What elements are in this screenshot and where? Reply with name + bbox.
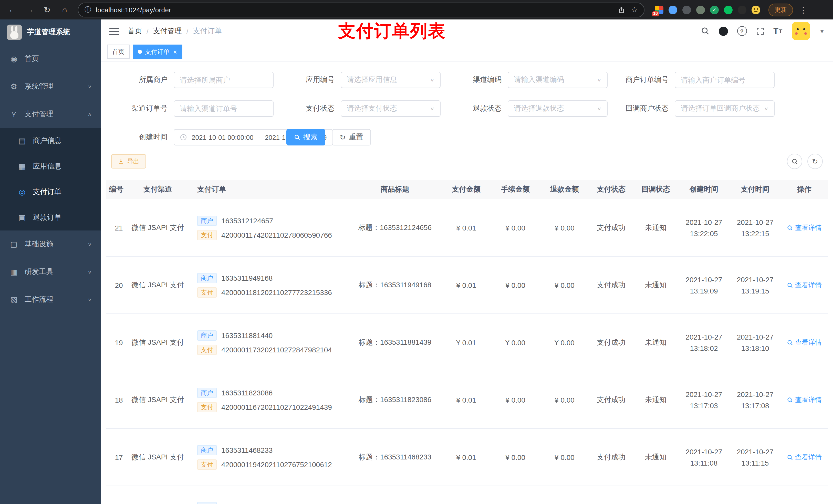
back-icon[interactable]: ← [5, 3, 20, 17]
chevron-up-icon: ∧ [88, 112, 92, 117]
address-bar[interactable]: ⓘ localhost:1024/pay/order ☆ [78, 2, 644, 17]
tab-首页[interactable]: 首页 [107, 45, 129, 59]
user-avatar[interactable] [792, 22, 810, 40]
filter-input[interactable] [174, 100, 273, 117]
screenshot-root: ← → ↻ ⌂ ⓘ localhost:1024/pay/order ☆ 10✓… [0, 0, 833, 504]
cell-pay-time: 2021-10-2713:11:15 [730, 429, 781, 486]
cell-id: 18 [106, 371, 124, 429]
search-button[interactable]: 搜索 [286, 129, 325, 145]
tab-支付订单[interactable]: 支付订单× [133, 45, 182, 59]
breadcrumb-item[interactable]: 首页 [127, 26, 142, 35]
font-size-icon[interactable]: TT [773, 26, 783, 35]
hamburger-icon[interactable] [109, 27, 119, 34]
column-header-手续金额: 手续金额 [491, 180, 540, 199]
view-detail-link[interactable]: 查看详情 [787, 453, 822, 462]
bookmark-star-icon[interactable]: ☆ [631, 5, 638, 14]
extension-icon[interactable] [738, 5, 746, 14]
app-logo: 芋道管理系统 [0, 20, 101, 45]
breadcrumb-item[interactable]: 支付管理 [153, 26, 182, 35]
download-icon [118, 158, 124, 164]
sidebar-item-应用信息[interactable]: ▦应用信息 [0, 154, 101, 179]
close-icon[interactable]: × [173, 48, 177, 55]
cell-order: 商户1635312124657支付42000011742021102780605… [191, 199, 348, 256]
filter-field: 所属商户 [111, 72, 273, 88]
infrastructure-icon: ▢ [9, 240, 19, 249]
extension-icon[interactable] [724, 5, 733, 14]
extension-icon[interactable] [752, 5, 760, 14]
filter-field: 支付状态请选择支付状态∨ [278, 100, 441, 117]
extension-icon[interactable] [682, 5, 691, 14]
filter-input[interactable] [174, 72, 273, 88]
extension-icon[interactable] [696, 5, 705, 14]
filter-label: 渠道编码 [445, 75, 508, 85]
cell-id: 19 [106, 314, 124, 371]
order-number: 1635311881440 [221, 331, 272, 339]
chevron-down-icon: ∨ [88, 297, 92, 302]
view-detail-label: 查看详情 [795, 453, 822, 462]
filter-select[interactable]: 请输入渠道编码∨ [508, 72, 608, 88]
cell-channel: 微信 JSAPI 支付 [124, 199, 191, 256]
sidebar-item-基础设施[interactable]: ▢基础设施∨ [0, 231, 101, 258]
merchant-tag: 商户 [197, 215, 217, 225]
site-info-icon[interactable]: ⓘ [85, 5, 91, 14]
cell-fee: ¥ 0.00 [491, 371, 540, 429]
sidebar-item-首页[interactable]: ◉首页 [0, 45, 101, 73]
sidebar-item-系统管理[interactable]: ⚙系统管理∨ [0, 73, 101, 100]
sidebar-item-退款订单[interactable]: ▣退款订单 [0, 205, 101, 231]
view-detail-link[interactable]: 查看详情 [787, 223, 822, 232]
sidebar-item-支付管理[interactable]: ¥支付管理∧ [0, 100, 101, 128]
pay-tag: 支付 [197, 230, 217, 240]
sidebar-item-商户信息[interactable]: ▤商户信息 [0, 128, 101, 154]
extension-icon[interactable]: 10 [655, 5, 663, 14]
filter-field: 商户订单编号 [612, 72, 775, 88]
view-detail-label: 查看详情 [795, 395, 822, 404]
cell-id: 21 [106, 199, 124, 256]
extension-badge: 10 [652, 11, 659, 16]
cell-fee: ¥ 0.00 [491, 314, 540, 371]
cell-title: 标题：1635311468233 [348, 429, 442, 486]
filter-input[interactable] [675, 72, 775, 88]
export-button[interactable]: 导出 [111, 154, 146, 169]
browser-update-button[interactable]: 更新 [768, 3, 793, 16]
cell-empty [633, 486, 678, 504]
filter-select[interactable]: 请选择支付状态∨ [341, 100, 441, 117]
chevron-down-icon[interactable]: ▼ [819, 28, 825, 34]
filter-select[interactable]: 请选择应用信息∨ [341, 72, 441, 88]
view-detail-link[interactable]: 查看详情 [787, 281, 822, 290]
share-icon[interactable] [618, 6, 625, 14]
sidebar-item-研发工具[interactable]: ▥研发工具∨ [0, 258, 101, 286]
help-icon[interactable] [737, 26, 747, 36]
filter-select[interactable]: 请选择订单回调商户状态∨ [675, 100, 775, 117]
refresh-table-button[interactable]: ↻ [807, 154, 823, 169]
home-icon[interactable]: ⌂ [57, 3, 72, 17]
cell-id [106, 486, 124, 504]
annotation-text: 支付订单列表 [338, 19, 446, 43]
reset-button[interactable]: ↻ 重置 [332, 129, 371, 145]
pay-tag: 支付 [197, 287, 217, 297]
toggle-search-button[interactable] [787, 154, 802, 169]
github-icon[interactable] [718, 26, 728, 35]
cell-status: 支付成功 [589, 256, 633, 314]
reload-icon[interactable]: ↻ [40, 3, 54, 17]
sidebar-item-label: 退款订单 [33, 213, 62, 222]
table-row: 19微信 JSAPI 支付商户1635311881440支付4200001173… [106, 314, 828, 371]
forward-icon[interactable]: → [23, 3, 37, 17]
view-detail-link[interactable]: 查看详情 [787, 338, 822, 347]
cell-action: 查看详情 [781, 256, 828, 314]
select-placeholder: 请选择应用信息 [347, 75, 397, 85]
view-detail-label: 查看详情 [795, 281, 822, 290]
view-detail-link[interactable]: 查看详情 [787, 395, 822, 404]
sidebar-item-支付订单[interactable]: ◎支付订单 [0, 179, 101, 205]
extension-icon[interactable] [669, 5, 677, 14]
cell-notify-status: 未通知 [633, 256, 678, 314]
fullscreen-icon[interactable] [756, 27, 764, 35]
filter-label: 回调商户状态 [612, 104, 675, 113]
refund-order-icon: ▣ [18, 213, 27, 222]
search-icon[interactable] [700, 27, 709, 35]
browser-menu-icon[interactable]: ⋮ [796, 3, 810, 17]
filter-select[interactable]: 请选择退款状态∨ [508, 100, 608, 117]
order-number: 1635312124657 [221, 216, 273, 224]
sidebar-item-工作流程[interactable]: ▧工作流程∨ [0, 286, 101, 313]
extension-icon[interactable]: ✓ [710, 5, 719, 14]
order-number: 1635311949168 [221, 274, 272, 282]
